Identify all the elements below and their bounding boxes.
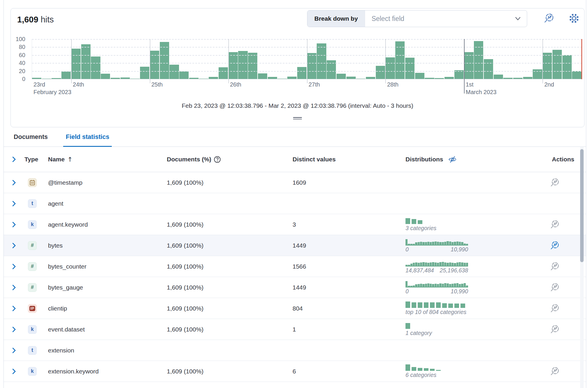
distribution-label: 1 category <box>405 330 540 336</box>
sparkline-bar <box>451 284 454 287</box>
scrollbar-thumb[interactable] <box>580 149 584 262</box>
column-header-documents: Documents (%) <box>164 156 290 163</box>
chart-resize-handle[interactable] <box>292 115 303 121</box>
histogram-bar[interactable] <box>552 50 562 79</box>
expand-row-button[interactable] <box>7 284 21 291</box>
histogram-bar[interactable] <box>405 58 415 79</box>
chart-options-icon[interactable] <box>543 12 555 24</box>
expand-row-button[interactable] <box>7 263 21 270</box>
histogram-bar[interactable] <box>258 73 267 79</box>
histogram-bar[interactable] <box>287 77 297 79</box>
table-row[interactable]: kevent.dataset1,609 (100%)11 category <box>4 319 586 340</box>
expand-row-button[interactable] <box>7 347 21 354</box>
tab-field-statistics[interactable]: Field statistics <box>63 127 112 147</box>
table-row[interactable]: kagent.keyword1,609 (100%)33 categories <box>4 214 586 235</box>
table-row[interactable]: #bytes_counter1,609 (100%)156614,837,484… <box>4 256 586 277</box>
field-statistics-action-icon[interactable] <box>549 282 560 293</box>
sparkline-bar <box>410 286 412 287</box>
distribution-cell: top 10 of 804 categories <box>403 301 540 315</box>
field-statistics-action-icon[interactable] <box>549 261 560 272</box>
histogram-bar[interactable] <box>317 43 326 79</box>
eye-slash-icon[interactable] <box>448 155 457 164</box>
sparkline-bar <box>444 242 446 245</box>
breakdown-placeholder: Select field <box>365 10 514 27</box>
histogram-bar[interactable] <box>572 71 581 79</box>
sparkline-bar <box>405 239 408 245</box>
category-bar <box>448 304 453 308</box>
histogram-bar[interactable] <box>169 65 179 79</box>
histogram-bar[interactable] <box>61 72 71 79</box>
table-row[interactable]: #bytes_gauge1,609 (100%)1449010,990 <box>4 277 586 298</box>
field-statistics-action-icon[interactable] <box>549 324 560 335</box>
histogram-bar[interactable] <box>336 74 346 79</box>
tab-documents[interactable]: Documents <box>11 127 50 147</box>
histogram-bar[interactable] <box>543 53 552 79</box>
field-statistics-action-icon[interactable] <box>549 303 560 314</box>
expand-row-button[interactable] <box>7 221 21 228</box>
table-row[interactable]: #bytes1,609 (100%)1449010,990 <box>4 235 586 256</box>
field-statistics-action-icon[interactable] <box>549 177 560 188</box>
sparkline-bar <box>432 242 434 245</box>
histogram-bar[interactable] <box>523 77 532 79</box>
category-bar <box>424 368 428 371</box>
histogram-bar[interactable] <box>494 75 503 79</box>
expand-row-button[interactable] <box>7 305 21 312</box>
histogram-bar[interactable] <box>415 73 424 79</box>
histogram-bar[interactable] <box>71 49 81 79</box>
histogram-bar[interactable] <box>297 67 307 79</box>
expand-row-button[interactable] <box>7 368 21 375</box>
table-row[interactable]: @timestamp1,609 (100%)1609 <box>4 172 586 193</box>
field-name: extension <box>43 347 164 354</box>
sparkline-bar <box>432 284 434 287</box>
column-header-name[interactable]: Name ↑ <box>43 156 164 163</box>
sparkline-bar <box>420 284 422 287</box>
histogram-bar[interactable] <box>209 77 218 79</box>
expand-all-button[interactable] <box>7 156 21 163</box>
histogram-bar[interactable] <box>444 77 454 79</box>
chevron-right-icon <box>10 305 17 312</box>
histogram-bar[interactable] <box>376 66 385 79</box>
range-sparkline <box>405 280 468 288</box>
expand-row-button[interactable] <box>7 200 21 207</box>
table-row[interactable]: tagent <box>4 193 586 214</box>
field-statistics-action-icon[interactable] <box>549 219 560 230</box>
help-question-icon[interactable] <box>214 156 221 163</box>
expand-row-button[interactable] <box>7 179 21 186</box>
number-field-icon: # <box>28 283 37 292</box>
expand-row-button[interactable] <box>7 242 21 249</box>
histogram-bar[interactable] <box>140 67 149 79</box>
histogram-bar[interactable] <box>385 57 395 79</box>
histogram-bar[interactable] <box>307 53 316 79</box>
field-statistics-action-icon[interactable] <box>549 240 560 251</box>
histogram-bar[interactable] <box>562 55 572 79</box>
histogram-bar[interactable] <box>464 52 473 79</box>
range-sparkline <box>405 259 468 267</box>
breakdown-field-select[interactable]: Break down by Select field <box>307 10 527 27</box>
histogram-bar[interactable] <box>484 59 493 79</box>
histogram-bar[interactable] <box>248 53 257 79</box>
histogram-bar[interactable] <box>229 52 238 79</box>
field-statistics-action-icon[interactable] <box>549 366 560 377</box>
field-type-cell: # <box>21 241 43 250</box>
histogram-bar[interactable] <box>81 44 91 79</box>
field-name: bytes <box>43 242 164 249</box>
sparkline-bar <box>430 284 432 287</box>
histogram-bar[interactable] <box>179 71 189 79</box>
gear-icon[interactable] <box>568 12 580 24</box>
histogram-bar[interactable] <box>219 67 228 79</box>
histogram-bar[interactable] <box>346 77 356 79</box>
histogram-bar[interactable] <box>91 57 100 79</box>
histogram-bar[interactable] <box>366 77 375 79</box>
table-row[interactable]: textension <box>4 340 586 361</box>
table-row[interactable]: IPclientip1,609 (100%)804top 10 of 804 c… <box>4 298 586 319</box>
table-row[interactable]: kextension.keyword1,609 (100%)66 categor… <box>4 361 586 382</box>
histogram-bar[interactable] <box>474 41 483 79</box>
expand-row-button[interactable] <box>7 326 21 333</box>
column-header-distributions: Distributions <box>403 155 540 164</box>
histogram-bar[interactable] <box>101 74 110 79</box>
histogram-bar[interactable] <box>268 77 277 79</box>
field-type-cell: IP <box>21 304 43 313</box>
sparkline-bars <box>405 280 468 287</box>
day-boundary-line <box>150 39 150 83</box>
sparkline-bar <box>408 286 410 287</box>
